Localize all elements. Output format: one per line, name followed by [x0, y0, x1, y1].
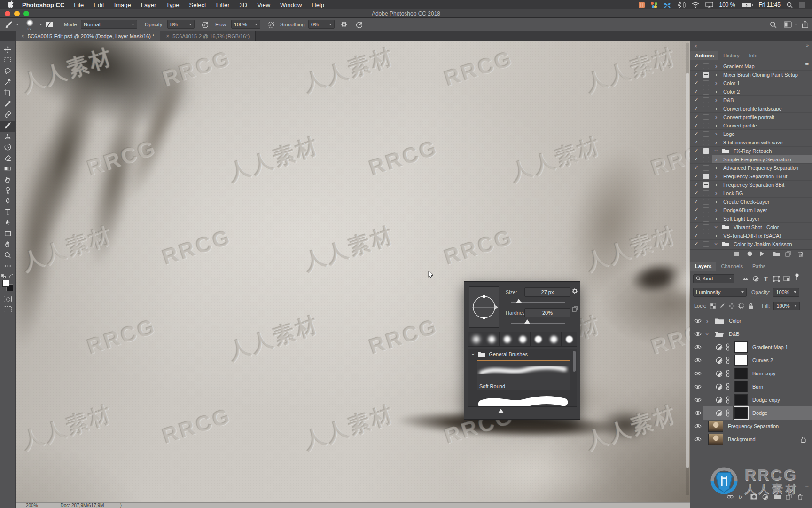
action-dialog-toggle[interactable] — [703, 224, 709, 230]
quick-mask-icon[interactable] — [4, 296, 12, 302]
opacity-select[interactable]: 8% — [167, 20, 195, 29]
notification-center-icon[interactable] — [799, 2, 805, 8]
chevron-down-icon[interactable]: › — [715, 223, 719, 230]
layer-mask-thumbnail[interactable] — [734, 394, 748, 405]
action-row[interactable]: ✓›Create Check-Layer — [690, 198, 812, 206]
chevron-right-icon[interactable]: › — [715, 139, 719, 146]
menu-view[interactable]: View — [257, 1, 270, 8]
tab-channels[interactable]: Channels — [716, 262, 747, 271]
chevron-right-icon[interactable]: › — [715, 164, 719, 171]
default-colors-icon[interactable] — [1, 274, 6, 278]
action-row[interactable]: ✓›FX-Ray Retouch — [690, 147, 812, 155]
tool-dodge[interactable] — [0, 186, 16, 197]
action-enabled-check[interactable]: ✓ — [694, 148, 700, 154]
action-dialog-toggle[interactable] — [703, 207, 709, 213]
layer-mask-thumbnail[interactable] — [734, 341, 748, 353]
lock-pixels-icon[interactable] — [718, 303, 727, 309]
apple-logo-icon[interactable] — [8, 0, 14, 9]
tool-gradient[interactable] — [0, 164, 16, 175]
layer-visibility-eye-icon[interactable] — [694, 331, 703, 337]
brush-angle-preview[interactable] — [469, 286, 499, 328]
close-tab-icon[interactable]: × — [166, 33, 169, 40]
chevron-right-icon[interactable]: › — [715, 122, 719, 129]
mask-link-icon[interactable] — [726, 343, 730, 351]
record-button[interactable] — [747, 251, 752, 257]
layer-visibility-eye-icon[interactable] — [694, 318, 703, 324]
action-dialog-toggle[interactable] — [703, 233, 709, 238]
tool-move[interactable] — [0, 45, 16, 56]
tool-history-brush[interactable] — [0, 143, 16, 153]
action-row[interactable]: ✓›Frequency Separation 8Bit — [690, 181, 812, 189]
airplay-display-icon[interactable] — [705, 2, 713, 8]
brush-preset-button[interactable]: 27 — [25, 18, 42, 31]
action-enabled-check[interactable]: ✓ — [694, 88, 700, 95]
brush-folder-row[interactable]: › General Brushes — [468, 349, 577, 359]
action-enabled-check[interactable]: ✓ — [694, 190, 700, 196]
preview-size-slider[interactable] — [469, 413, 575, 413]
layer-visibility-eye-icon[interactable] — [694, 357, 703, 363]
menu-type[interactable]: Type — [166, 1, 179, 8]
action-dialog-toggle[interactable] — [703, 80, 709, 86]
action-row[interactable]: ✓›Color 1 — [690, 79, 812, 87]
tab-actions[interactable]: Actions — [690, 51, 718, 60]
tool-preset-picker[interactable] — [5, 18, 19, 31]
action-row[interactable]: ✓›Frequency Separation 16Bit — [690, 172, 812, 181]
brush-preset-dot[interactable] — [546, 332, 561, 346]
layer-visibility-eye-icon[interactable] — [694, 397, 703, 403]
chevron-right-icon[interactable]: › — [715, 96, 719, 103]
app-icon-orange[interactable] — [639, 2, 645, 8]
action-enabled-check[interactable]: ✓ — [694, 198, 700, 205]
menu-layer[interactable]: Layer — [141, 1, 156, 8]
tab-paths[interactable]: Paths — [748, 262, 770, 271]
layer-visibility-eye-icon[interactable] — [694, 371, 703, 376]
chevron-right-icon[interactable]: › — [715, 181, 719, 188]
tool-lasso[interactable] — [0, 67, 16, 78]
action-dialog-toggle[interactable] — [703, 190, 709, 196]
action-enabled-check[interactable]: ✓ — [694, 105, 700, 111]
action-enabled-check[interactable]: ✓ — [694, 131, 700, 137]
chevron-right-icon[interactable]: › — [715, 190, 719, 197]
action-enabled-check[interactable]: ✓ — [694, 71, 700, 78]
tool-zoom[interactable] — [0, 251, 16, 262]
lock-all-icon[interactable] — [746, 303, 755, 309]
chevron-down-icon[interactable]: › — [715, 147, 719, 154]
new-action-button[interactable] — [785, 251, 791, 258]
action-row[interactable]: ✓›Color by Joakim Karlsson — [690, 240, 812, 248]
action-row[interactable]: ✓›Gradient Map — [690, 62, 812, 71]
action-enabled-check[interactable]: ✓ — [694, 122, 700, 128]
action-enabled-check[interactable]: ✓ — [694, 80, 700, 86]
zoom-level-field[interactable]: 200% — [26, 503, 38, 508]
tool-eyedropper[interactable] — [0, 99, 16, 110]
action-dialog-toggle[interactable] — [703, 89, 709, 95]
mask-link-icon[interactable] — [726, 370, 730, 377]
foreground-color-swatch[interactable] — [2, 280, 9, 287]
menu-select[interactable]: Select — [189, 1, 206, 8]
action-row[interactable]: ✓›VS-Tonal-Diff-Fix (SACA) — [690, 231, 812, 240]
tool-type[interactable] — [0, 207, 16, 218]
layer-row[interactable]: Burn — [690, 380, 812, 393]
action-dialog-toggle[interactable] — [703, 216, 709, 222]
flow-select[interactable]: 100% — [231, 20, 260, 29]
tool-smudge[interactable] — [0, 175, 16, 186]
chevron-right-icon[interactable]: › — [715, 79, 719, 87]
tool-hand[interactable] — [0, 240, 16, 251]
size-slider[interactable] — [511, 302, 565, 303]
new-folder-button[interactable] — [773, 251, 780, 257]
filter-shape-icon[interactable] — [771, 276, 781, 282]
layer-fill-select[interactable]: 100% — [773, 302, 800, 310]
creative-cloud-icon[interactable] — [651, 2, 657, 8]
menu-window[interactable]: Window — [280, 1, 302, 8]
action-enabled-check[interactable]: ✓ — [694, 173, 700, 179]
action-row[interactable]: ✓›D&B — [690, 96, 812, 104]
action-dialog-toggle[interactable] — [703, 106, 709, 111]
blend-mode-select[interactable]: Normal — [81, 20, 137, 29]
brush-preset-soft-round[interactable]: Soft Round — [477, 360, 570, 390]
filter-adjustment-icon[interactable] — [750, 276, 761, 282]
layer-visibility-eye-icon[interactable] — [694, 410, 703, 416]
tool-eraser[interactable] — [0, 153, 16, 164]
layer-thumbnail[interactable] — [708, 421, 723, 432]
chevron-right-icon[interactable]: › — [715, 71, 719, 78]
chevron-right-icon[interactable]: › — [715, 88, 719, 95]
chevron-right-icon[interactable]: › — [715, 63, 719, 70]
chevron-right-icon[interactable]: › — [715, 113, 719, 120]
